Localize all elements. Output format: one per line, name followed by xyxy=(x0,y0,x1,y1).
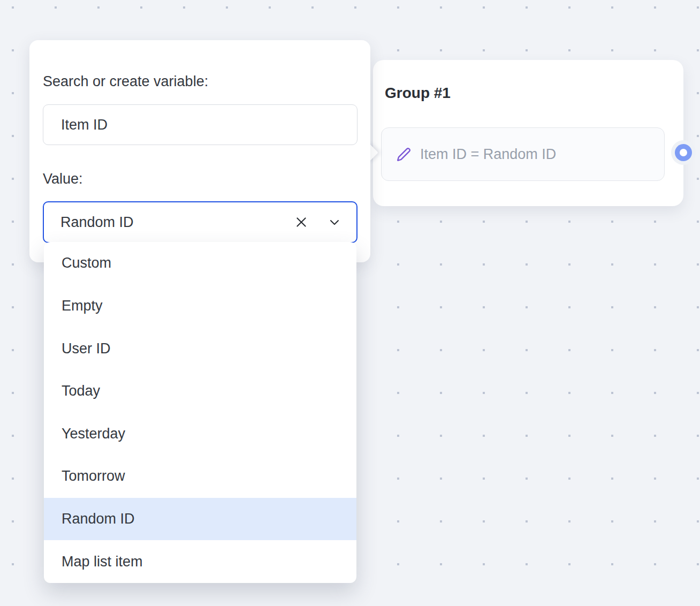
pencil-icon xyxy=(397,147,411,162)
connector-ring xyxy=(675,144,692,161)
dropdown-option-label: Today xyxy=(62,383,100,399)
dropdown-option[interactable]: Map list item xyxy=(44,540,356,583)
dropdown-option-label: Tomorrow xyxy=(62,468,125,484)
dropdown-option[interactable]: User ID xyxy=(44,327,356,370)
dropdown-option[interactable]: Tomorrow xyxy=(44,455,356,498)
dropdown-option-label: Yesterday xyxy=(62,426,125,442)
dropdown-option-label: Empty xyxy=(62,298,103,314)
value-combobox[interactable]: Random ID xyxy=(43,201,357,243)
dropdown-option-label: Custom xyxy=(62,255,111,271)
open-dropdown-button[interactable] xyxy=(328,215,341,229)
dropdown-option-label: Map list item xyxy=(62,554,143,570)
group-title: Group #1 xyxy=(385,85,451,102)
chevron-down-icon xyxy=(328,216,341,229)
connector-hole xyxy=(680,149,687,156)
variable-search-input[interactable] xyxy=(43,104,357,145)
condition-chip[interactable]: Item ID = Random ID xyxy=(381,127,665,181)
search-variable-label: Search or create variable: xyxy=(43,73,370,90)
flow-canvas[interactable]: { "colors": { "canvas_bg": "#f1f3f7", "g… xyxy=(0,0,700,606)
connector-port[interactable] xyxy=(671,140,696,165)
dropdown-option[interactable]: Random ID xyxy=(44,498,356,541)
condition-chip-label: Item ID = Random ID xyxy=(420,146,556,163)
dropdown-option-label: User ID xyxy=(62,340,111,357)
value-combobox-selected: Random ID xyxy=(44,214,293,231)
x-clear-icon xyxy=(294,215,308,229)
group-card: Group #1 Item ID = Random ID xyxy=(373,60,683,206)
value-label: Value: xyxy=(43,171,370,187)
clear-value-button[interactable] xyxy=(293,214,309,230)
dropdown-option[interactable]: Custom xyxy=(44,242,356,285)
dropdown-option[interactable]: Yesterday xyxy=(44,413,356,456)
dropdown-option-label: Random ID xyxy=(62,511,135,527)
dropdown-option[interactable]: Empty xyxy=(44,285,356,328)
value-dropdown: Custom Empty User ID Today Yesterday Tom… xyxy=(44,242,356,583)
variable-popup: Search or create variable: Value: Random… xyxy=(29,40,370,262)
dropdown-option[interactable]: Today xyxy=(44,370,356,413)
